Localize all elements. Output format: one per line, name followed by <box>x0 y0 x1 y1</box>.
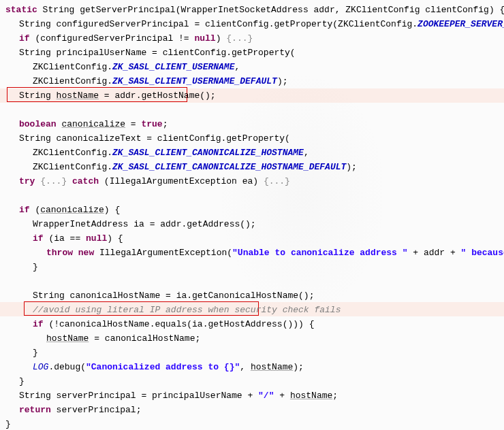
fold-marker[interactable]: {...} <box>264 176 290 186</box>
code-line: WrapperInetAddress ia = addr.getAddress(… <box>5 217 499 231</box>
code-line: } <box>5 346 499 360</box>
code-line: ZKClientConfig.ZK_SASL_CLIENT_CANONICALI… <box>5 160 499 174</box>
code-line: throw new IllegalArgumentException("Unab… <box>5 246 499 260</box>
code-line: if (ia == null) { <box>5 231 499 246</box>
fold-marker[interactable]: {...} <box>226 33 253 44</box>
code-line: try {...} catch (IllegalArgumentExceptio… <box>5 174 499 188</box>
code-line: String canonicalHostName = ia.getCanonic… <box>5 288 499 303</box>
keyword: static <box>5 5 37 15</box>
code-line: String serverPrincipal = principalUserNa… <box>5 388 499 403</box>
code-line: } <box>5 260 499 274</box>
code-line: String configuredServerPrincipal = clien… <box>5 17 499 31</box>
code-line: String principalUserName = clientConfig.… <box>5 46 499 60</box>
code-line: if (canonicalize) { <box>5 203 499 217</box>
blank-line <box>5 274 499 288</box>
code-line: if (configuredServerPrincipal != null) {… <box>5 31 499 46</box>
blank-line <box>5 103 499 117</box>
code-line: } <box>5 417 499 430</box>
code-line: return serverPrincipal; <box>5 403 499 417</box>
code-line: ZKClientConfig.ZK_SASL_CLIENT_USERNAME, <box>5 60 499 74</box>
code-line: //avoid using literal IP address when se… <box>5 303 499 317</box>
code-line: ZKClientConfig.ZK_SASL_CLIENT_CANONICALI… <box>5 146 499 160</box>
code-line: } <box>5 374 499 388</box>
fold-marker[interactable]: {...} <box>35 176 72 186</box>
code-line: String hostName = addr.getHostName(); <box>5 88 499 103</box>
code-line: if (!canonicalHostName.equals(ia.getHost… <box>5 317 499 331</box>
code-line: hostName = canonicalHostName; <box>5 331 499 346</box>
code-line: static String getServerPrincipal(Wrapper… <box>5 3 499 17</box>
code-line: String canonicalizeText = clientConfig.g… <box>5 131 499 146</box>
code-line: ZKClientConfig.ZK_SASL_CLIENT_USERNAME_D… <box>5 74 499 88</box>
code-line: LOG.debug("Canonicalized address to {}",… <box>5 360 499 374</box>
code-line: boolean canonicalize = true; <box>5 117 499 131</box>
code-editor[interactable]: static String getServerPrincipal(Wrapper… <box>5 3 499 430</box>
blank-line <box>5 188 499 203</box>
